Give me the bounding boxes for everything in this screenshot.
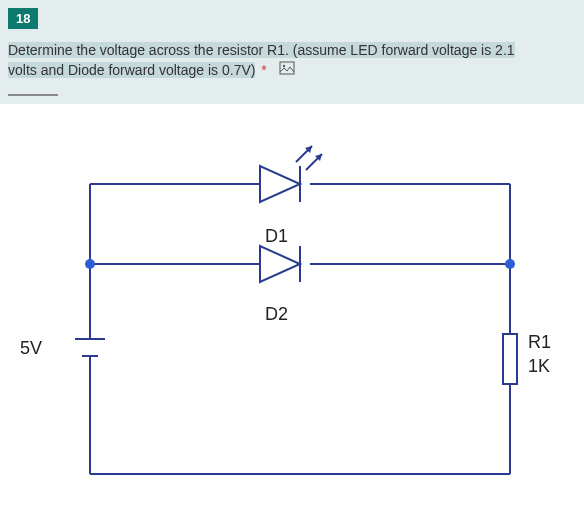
question-line2: volts and Diode forward voltage is 0.7V) bbox=[8, 62, 255, 78]
d2-label: D2 bbox=[265, 304, 288, 325]
question-line1: Determine the voltage across the resisto… bbox=[8, 42, 515, 58]
circuit-diagram: 5V D1 D2 R1 1K bbox=[0, 104, 584, 514]
svg-point-23 bbox=[85, 259, 95, 269]
question-number-badge: 18 bbox=[8, 8, 38, 29]
svg-rect-8 bbox=[503, 334, 517, 384]
circuit-svg bbox=[0, 104, 584, 514]
r1-value-label: 1K bbox=[528, 356, 550, 377]
r1-label: R1 bbox=[528, 332, 551, 353]
svg-marker-13 bbox=[260, 166, 300, 202]
svg-point-24 bbox=[505, 259, 515, 269]
question-header: 18 Determine the voltage across the resi… bbox=[0, 0, 584, 104]
svg-rect-0 bbox=[280, 62, 294, 74]
question-text: Determine the voltage across the resisto… bbox=[8, 39, 576, 88]
image-icon[interactable] bbox=[279, 61, 297, 83]
svg-point-1 bbox=[283, 64, 285, 66]
d1-label: D1 bbox=[265, 226, 288, 247]
underline-strip bbox=[8, 94, 58, 96]
svg-marker-21 bbox=[260, 246, 300, 282]
required-asterisk: * bbox=[261, 62, 266, 78]
source-voltage-label: 5V bbox=[20, 338, 42, 359]
